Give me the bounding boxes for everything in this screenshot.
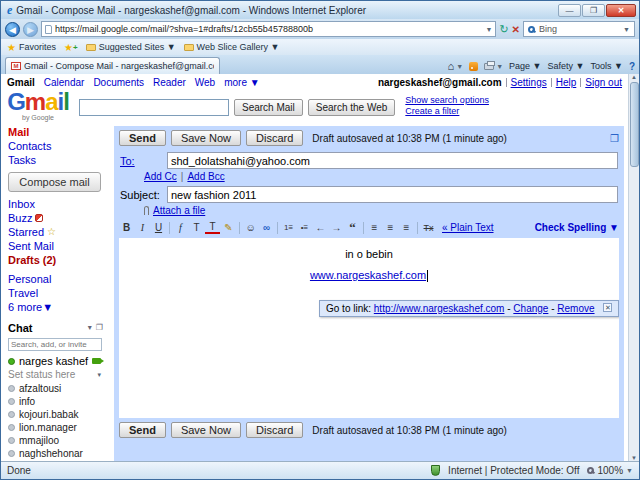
chat-search-input[interactable]	[8, 338, 102, 351]
blockquote-icon[interactable]: “	[345, 220, 360, 235]
set-status-control[interactable]: Set status here ▾	[8, 368, 111, 382]
chat-collapse-icon[interactable]: ▾	[88, 321, 92, 335]
link-icon[interactable]: ∞	[259, 220, 274, 235]
to-input[interactable]	[167, 152, 618, 169]
sidebar-item-inbox[interactable]: Inbox	[8, 197, 111, 211]
feeds-button[interactable]	[469, 62, 478, 71]
scroll-up-icon[interactable]: ▲	[631, 74, 637, 80]
vertical-scrollbar[interactable]: ▲ ▼	[628, 74, 639, 461]
suggested-sites-item[interactable]: Suggested Sites ▼	[86, 42, 176, 52]
numbered-list-icon[interactable]: 1≡	[281, 220, 296, 235]
safety-menu[interactable]: Safety ▼	[548, 61, 585, 71]
page-menu[interactable]: Page ▼	[509, 61, 541, 71]
italic-icon[interactable]: I	[135, 220, 150, 235]
chat-contact[interactable]: lion.manager	[8, 421, 111, 434]
forward-button[interactable]: ▶	[23, 22, 38, 37]
sidebar-item-starred[interactable]: Starred☆	[8, 225, 111, 239]
body-link[interactable]: www.nargeskashef.com	[310, 269, 426, 281]
nav-more[interactable]: more ▼	[224, 77, 259, 88]
bullet-list-icon[interactable]: •≡	[297, 220, 312, 235]
add-favorite-button[interactable]: ★+	[64, 42, 78, 53]
align-left-icon[interactable]: ≡	[367, 220, 382, 235]
chat-contact[interactable]: afzaltousi	[8, 382, 111, 395]
send-button[interactable]: Send	[119, 130, 166, 146]
chat-self-row[interactable]: narges kashef	[8, 354, 111, 368]
address-dropdown-icon[interactable]: ▼	[485, 26, 492, 33]
popout-icon[interactable]: ❐	[610, 133, 619, 144]
nav-gmail[interactable]: Gmail	[7, 77, 35, 88]
save-now-button[interactable]: Save Now	[171, 130, 241, 146]
print-button[interactable]: ▼	[484, 63, 503, 70]
create-filter-link[interactable]: Create a filter	[405, 106, 489, 117]
minimize-button[interactable]: —	[558, 4, 581, 17]
underline-icon[interactable]: U	[151, 220, 166, 235]
indent-icon[interactable]: →	[329, 220, 344, 235]
nav-calendar[interactable]: Calendar	[44, 77, 85, 88]
save-now-button-bottom[interactable]: Save Now	[171, 422, 241, 438]
attach-file-link[interactable]: Attach a file	[153, 205, 205, 216]
web-slice-gallery-item[interactable]: Web Slice Gallery ▼	[184, 42, 280, 52]
add-bcc-link[interactable]: Add Bcc	[187, 171, 224, 182]
chat-popout-icon[interactable]: ❐	[96, 321, 103, 335]
home-button[interactable]: ⌂▼	[448, 60, 464, 72]
check-spelling-link[interactable]: Check Spelling ▼	[535, 222, 619, 233]
sidebar-item-more-labels[interactable]: 6 more▼	[8, 300, 111, 314]
discard-button-bottom[interactable]: Discard	[246, 422, 303, 438]
align-right-icon[interactable]: ≡	[399, 220, 414, 235]
message-body-editor[interactable]: in o bebin www.nargeskashef.com Go to li…	[119, 238, 619, 418]
close-button[interactable]: ✕	[606, 4, 636, 17]
mail-search-input[interactable]	[79, 99, 229, 116]
back-button[interactable]: ◀	[5, 22, 20, 37]
popup-close-icon[interactable]: ✕	[603, 303, 612, 312]
popup-remove-link[interactable]: Remove	[557, 303, 594, 314]
highlight-icon[interactable]: ✎	[221, 220, 236, 235]
search-web-button[interactable]: Search the Web	[308, 99, 396, 116]
stop-button[interactable]: ✕	[512, 24, 520, 35]
sidebar-item-drafts[interactable]: Drafts (2)	[8, 253, 111, 267]
font-icon[interactable]: f	[173, 220, 188, 235]
compose-mail-button[interactable]: Compose mail	[8, 172, 101, 192]
chat-contact[interactable]: info	[8, 395, 111, 408]
favorites-button[interactable]: ★ Favorites	[7, 42, 56, 53]
address-field[interactable]: https://mail.google.com/mail/?shva=1#dra…	[41, 21, 496, 37]
chat-contact[interactable]: naghshehonar	[8, 447, 111, 460]
outdent-icon[interactable]: ←	[313, 220, 328, 235]
subject-input[interactable]	[167, 186, 618, 203]
browser-search-box[interactable]: Bing ▼	[523, 21, 635, 37]
url-text[interactable]: https://mail.google.com/mail/?shva=1#dra…	[55, 24, 482, 34]
nav-reader[interactable]: Reader	[153, 77, 186, 88]
sidebar-item-mail[interactable]: Mail	[8, 125, 111, 139]
search-dropdown-icon[interactable]: ▼	[623, 26, 630, 33]
align-center-icon[interactable]: ≡	[383, 220, 398, 235]
chat-contact[interactable]: mmajiloo	[8, 434, 111, 447]
sidebar-item-buzz[interactable]: Buzz	[8, 211, 111, 225]
refresh-button[interactable]: ↻	[499, 23, 508, 36]
tools-menu[interactable]: Tools ▼	[590, 61, 622, 71]
tab-gmail-compose[interactable]: M Gmail - Compose Mail - nargeskashef@gm…	[5, 57, 220, 74]
emoticon-icon[interactable]: ☺	[243, 220, 258, 235]
sidebar-item-sent-mail[interactable]: Sent Mail	[8, 239, 111, 253]
zoom-dropdown-icon[interactable]: ▼	[626, 467, 633, 474]
nav-web[interactable]: Web	[195, 77, 215, 88]
sidebar-item-tasks[interactable]: Tasks	[8, 153, 111, 167]
popup-url-link[interactable]: http://www.nargeskashef.com	[374, 303, 505, 314]
chat-contact[interactable]: kojouri.babak	[8, 408, 111, 421]
sidebar-item-personal[interactable]: Personal	[8, 272, 111, 286]
sidebar-item-contacts[interactable]: Contacts	[8, 139, 111, 153]
scroll-thumb[interactable]	[630, 82, 639, 167]
zoom-control[interactable]: 100% ▼	[587, 465, 633, 476]
send-button-bottom[interactable]: Send	[119, 422, 166, 438]
help-button[interactable]: ?	[629, 61, 635, 72]
to-label[interactable]: To:	[120, 155, 162, 167]
search-mail-button[interactable]: Search Mail	[234, 99, 303, 116]
sidebar-item-travel[interactable]: Travel	[8, 286, 111, 300]
help-link[interactable]: Help	[556, 77, 577, 88]
nav-documents[interactable]: Documents	[93, 77, 144, 88]
text-color-icon[interactable]: T	[205, 221, 220, 234]
remove-formatting-icon[interactable]: Tx	[421, 220, 436, 235]
font-size-icon[interactable]: T	[189, 220, 204, 235]
discard-button[interactable]: Discard	[246, 130, 303, 146]
add-cc-link[interactable]: Add Cc	[144, 171, 177, 182]
signout-link[interactable]: Sign out	[585, 77, 622, 88]
bold-icon[interactable]: B	[119, 220, 134, 235]
